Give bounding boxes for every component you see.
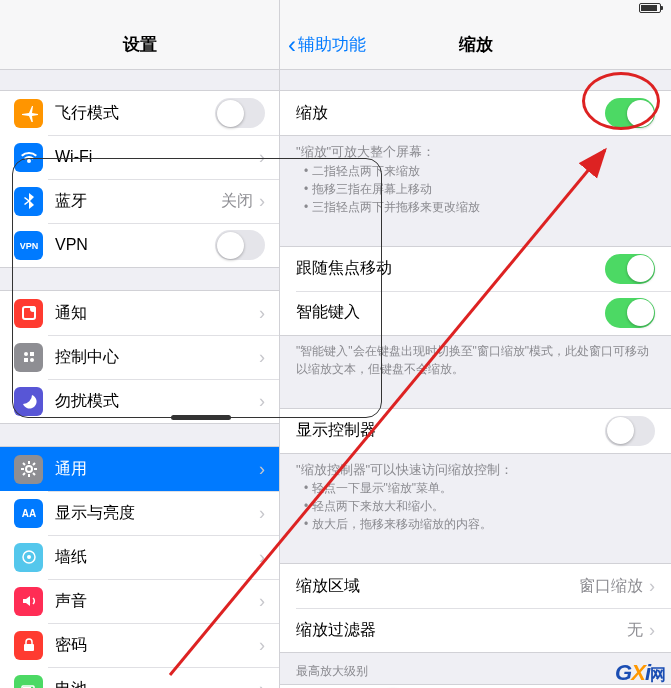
sidebar-label: 显示与亮度 bbox=[55, 503, 259, 524]
sidebar-label: 通用 bbox=[55, 459, 259, 480]
left-header: 设置 bbox=[0, 20, 279, 70]
缩放-toggle[interactable] bbox=[605, 98, 655, 128]
row-label: 跟随焦点移动 bbox=[296, 258, 605, 279]
section-hint: "缩放控制器"可以快速访问缩放控制：• 轻点一下显示"缩放"菜单。• 轻点两下来… bbox=[280, 454, 671, 544]
跟随焦点移动-toggle[interactable] bbox=[605, 254, 655, 284]
sidebar-label: 密码 bbox=[55, 635, 259, 656]
svg-point-10 bbox=[27, 555, 31, 559]
battery-icon bbox=[14, 675, 43, 689]
row-智能键入: 智能键入 bbox=[280, 291, 671, 335]
row-label: 智能键入 bbox=[296, 302, 605, 323]
sidebar-item-general[interactable]: 通用› bbox=[0, 447, 279, 491]
sidebar-item-display[interactable]: AA显示与亮度› bbox=[0, 491, 279, 535]
缩放过滤器-value: 无 bbox=[627, 620, 643, 641]
sidebar-item-bluetooth[interactable]: 蓝牙关闭› bbox=[0, 179, 279, 223]
chevron-right-icon: › bbox=[259, 459, 265, 480]
airplane-icon bbox=[14, 99, 43, 128]
section-hint: "智能键入"会在键盘出现时切换至"窗口缩放"模式，此处窗口可移动以缩放文本，但键… bbox=[280, 336, 671, 388]
sidebar-label: VPN bbox=[55, 236, 215, 254]
watermark: GXi网 bbox=[615, 660, 665, 686]
passcode-icon bbox=[14, 631, 43, 660]
svg-text:VPN: VPN bbox=[20, 241, 38, 251]
row-label: 缩放过滤器 bbox=[296, 620, 627, 641]
sidebar-item-battery[interactable]: 电池› bbox=[0, 667, 279, 688]
chevron-right-icon: › bbox=[259, 391, 265, 412]
notify-icon bbox=[14, 299, 43, 328]
sound-icon bbox=[14, 587, 43, 616]
row-label: 缩放 bbox=[296, 103, 605, 124]
sidebar-label: 控制中心 bbox=[55, 347, 259, 368]
sidebar-item-airplane[interactable]: 飞行模式 bbox=[0, 91, 279, 135]
wifi-icon bbox=[14, 143, 43, 172]
sidebar-item-wallpaper[interactable]: 墙纸› bbox=[0, 535, 279, 579]
svg-point-2 bbox=[30, 306, 36, 312]
row-缩放过滤器[interactable]: 缩放过滤器无› bbox=[280, 608, 671, 652]
detail-pane: ‹ 辅助功能 缩放 缩放"缩放"可放大整个屏幕：• 二指轻点两下来缩放• 拖移三… bbox=[280, 0, 671, 688]
dnd-icon bbox=[14, 387, 43, 416]
chevron-right-icon: › bbox=[649, 576, 655, 597]
sidebar-item-control[interactable]: 控制中心› bbox=[0, 335, 279, 379]
detail-scroll[interactable]: 缩放"缩放"可放大整个屏幕：• 二指轻点两下来缩放• 拖移三指在屏幕上移动• 三… bbox=[280, 70, 671, 688]
back-button[interactable]: ‹ 辅助功能 bbox=[288, 31, 366, 59]
sidebar-label: 飞行模式 bbox=[55, 103, 215, 124]
chevron-right-icon: › bbox=[259, 679, 265, 689]
svg-point-6 bbox=[30, 358, 34, 362]
svg-point-7 bbox=[26, 466, 32, 472]
chevron-right-icon: › bbox=[649, 620, 655, 641]
sidebar-label: 通知 bbox=[55, 303, 259, 324]
sidebar-item-passcode[interactable]: 密码› bbox=[0, 623, 279, 667]
svg-point-3 bbox=[24, 352, 28, 356]
chevron-right-icon: › bbox=[259, 191, 265, 212]
control-icon bbox=[14, 343, 43, 372]
缩放区域-value: 窗口缩放 bbox=[579, 576, 643, 597]
wallpaper-icon bbox=[14, 543, 43, 572]
battery-icon bbox=[639, 3, 661, 13]
svg-rect-11 bbox=[24, 644, 34, 651]
row-缩放区域[interactable]: 缩放区域窗口缩放› bbox=[280, 564, 671, 608]
row-缩放: 缩放 bbox=[280, 91, 671, 135]
vpn-toggle[interactable] bbox=[215, 230, 265, 260]
chevron-right-icon: › bbox=[259, 147, 265, 168]
zoom-title: 缩放 bbox=[459, 33, 493, 56]
sidebar-label: 声音 bbox=[55, 591, 259, 612]
chevron-right-icon: › bbox=[259, 591, 265, 612]
back-label: 辅助功能 bbox=[298, 33, 366, 56]
sidebar-item-dnd[interactable]: 勿扰模式› bbox=[0, 379, 279, 423]
bluetooth-value: 关闭 bbox=[221, 191, 253, 212]
sidebar-scroll[interactable]: 飞行模式Wi-Fi›蓝牙关闭›VPNVPN通知›控制中心›勿扰模式›通用›AA显… bbox=[0, 70, 279, 688]
sidebar-label: 墙纸 bbox=[55, 547, 259, 568]
chevron-right-icon: › bbox=[259, 347, 265, 368]
settings-title: 设置 bbox=[123, 33, 157, 56]
chevron-right-icon: › bbox=[259, 635, 265, 656]
chevron-right-icon: › bbox=[259, 547, 265, 568]
sidebar-item-vpn[interactable]: VPNVPN bbox=[0, 223, 279, 267]
chevron-right-icon: › bbox=[259, 303, 265, 324]
row-显示控制器: 显示控制器 bbox=[280, 409, 671, 453]
显示控制器-toggle[interactable] bbox=[605, 416, 655, 446]
general-icon bbox=[14, 455, 43, 484]
智能键入-toggle[interactable] bbox=[605, 298, 655, 328]
sidebar-label: Wi-Fi bbox=[55, 148, 253, 166]
settings-sidebar: 设置 飞行模式Wi-Fi›蓝牙关闭›VPNVPN通知›控制中心›勿扰模式›通用›… bbox=[0, 0, 280, 688]
sidebar-item-notify[interactable]: 通知› bbox=[0, 291, 279, 335]
row-label: 显示控制器 bbox=[296, 420, 605, 441]
sidebar-item-wifi[interactable]: Wi-Fi› bbox=[0, 135, 279, 179]
status-bar-left bbox=[0, 0, 279, 20]
bluetooth-icon bbox=[14, 187, 43, 216]
row-label: 缩放区域 bbox=[296, 576, 579, 597]
sidebar-label: 蓝牙 bbox=[55, 191, 221, 212]
airplane-toggle[interactable] bbox=[215, 98, 265, 128]
status-bar-right bbox=[280, 0, 671, 20]
sidebar-item-sound[interactable]: 声音› bbox=[0, 579, 279, 623]
vpn-icon: VPN bbox=[14, 231, 43, 260]
chevron-right-icon: › bbox=[259, 503, 265, 524]
section-header: 最高放大级别 bbox=[280, 653, 671, 684]
right-header: ‹ 辅助功能 缩放 bbox=[280, 20, 671, 70]
section-hint: "缩放"可放大整个屏幕：• 二指轻点两下来缩放• 拖移三指在屏幕上移动• 三指轻… bbox=[280, 136, 671, 226]
svg-rect-4 bbox=[30, 352, 34, 356]
row-跟随焦点移动: 跟随焦点移动 bbox=[280, 247, 671, 291]
sidebar-label: 电池 bbox=[55, 679, 259, 689]
svg-rect-5 bbox=[24, 358, 28, 362]
sidebar-label: 勿扰模式 bbox=[55, 391, 259, 412]
display-icon: AA bbox=[14, 499, 43, 528]
